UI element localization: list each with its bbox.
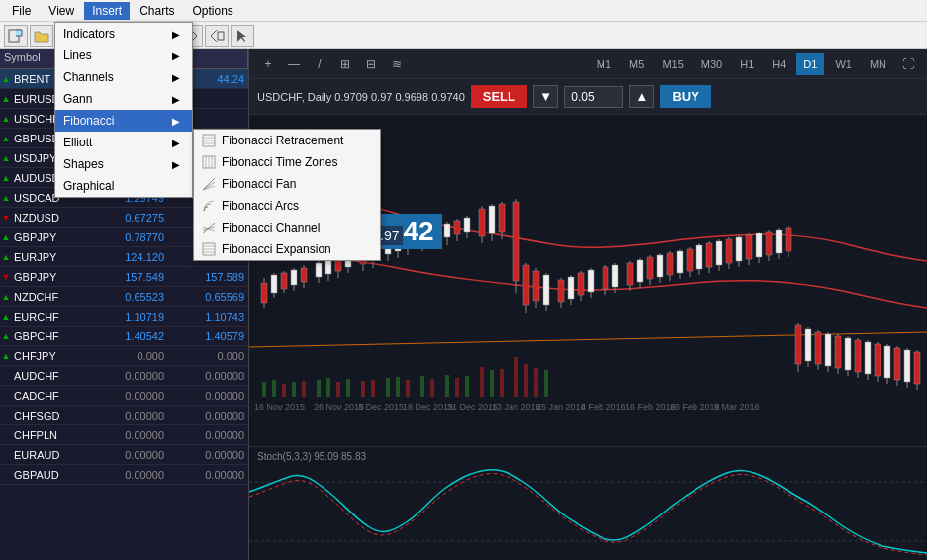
crosshair-tool[interactable]: +: [257, 53, 279, 75]
stoch-label: Stoch(5,3,3) 95.09 85.83: [257, 451, 366, 462]
arrow-up-icon: ▲: [0, 173, 12, 183]
line-tool[interactable]: —: [283, 53, 305, 75]
trade-pair-info: USDCHF, Daily 0.9709 0.97 0.9698 0.9740: [257, 91, 465, 103]
svg-line-191: [203, 182, 215, 190]
buy-button[interactable]: BUY: [660, 85, 710, 108]
tf-w1[interactable]: W1: [828, 53, 859, 75]
symbol-bid: 0.00000: [89, 449, 168, 461]
menu-elliott[interactable]: Elliott ▶: [55, 132, 192, 153]
svg-rect-152: [371, 380, 375, 397]
trade-bar: USDCHF, Daily 0.9709 0.97 0.9698 0.9740 …: [249, 79, 927, 115]
fullscreen-btn[interactable]: ⛶: [897, 53, 919, 75]
fibonacci-submenu: Fibonacci Retracement Fibonacci Time Zon…: [193, 129, 381, 261]
svg-rect-119: [805, 329, 811, 361]
fib-expansion[interactable]: Fibonacci Expansion: [194, 238, 380, 260]
svg-rect-135: [884, 346, 890, 378]
svg-rect-142: [262, 382, 266, 397]
toolbar-scroll-right[interactable]: [205, 25, 229, 47]
tf-d1[interactable]: D1: [796, 53, 824, 75]
menu-bar: File View Insert Charts Options: [0, 0, 927, 22]
tf-m30[interactable]: M30: [695, 53, 729, 75]
symbol-ask: 157.589: [168, 271, 248, 283]
symbol-row-gbpjpy2[interactable]: ▼ GBPJPY 157.549 157.589: [0, 267, 248, 287]
spread-input[interactable]: [564, 86, 623, 108]
menu-insert[interactable]: Insert: [84, 2, 130, 20]
arrow-up-icon: ▲: [0, 312, 12, 322]
svg-rect-154: [396, 377, 400, 397]
tf-mn[interactable]: MN: [863, 53, 893, 75]
svg-rect-95: [687, 249, 693, 271]
symbol-ask: 1.40579: [168, 330, 248, 342]
symbol-name: GBPJPY: [12, 271, 89, 283]
menu-fibonacci[interactable]: Fibonacci ▶: [55, 110, 192, 132]
menu-charts[interactable]: Charts: [132, 2, 182, 20]
symbol-row-eurchf[interactable]: ▲ EURCHF 1.10719 1.10743: [0, 307, 248, 327]
tf-h1[interactable]: H1: [733, 53, 761, 75]
arrow-up-icon: ▲: [0, 153, 12, 163]
symbol-name: GBPCHF: [12, 330, 89, 342]
draw-tool[interactable]: /: [309, 53, 330, 75]
grid-tool[interactable]: ⊟: [360, 53, 382, 75]
svg-rect-167: [544, 370, 548, 397]
symbol-bid: 0.00000: [89, 390, 168, 402]
toolbar-cursor[interactable]: [231, 25, 254, 47]
menu-shapes[interactable]: Shapes ▶: [55, 153, 192, 175]
submenu-arrow-icon: ▶: [172, 94, 180, 105]
svg-text:8 Dec 2015: 8 Dec 2015: [358, 402, 404, 412]
fib-channel-label: Fibonacci Channel: [222, 221, 320, 234]
toolbar-new[interactable]: [4, 25, 28, 47]
svg-rect-163: [500, 369, 504, 397]
sell-arrow-down[interactable]: ▼: [533, 85, 558, 108]
menu-gann[interactable]: Gann ▶: [55, 88, 192, 110]
shapes-label: Shapes: [63, 157, 104, 171]
symbol-row-gbpaud[interactable]: GBPAUD 0.00000 0.00000: [0, 465, 248, 485]
menu-view[interactable]: View: [41, 2, 82, 20]
svg-rect-144: [282, 384, 286, 397]
fib-time-zones-label: Fibonacci Time Zones: [222, 155, 337, 169]
symbol-row-euraud[interactable]: EURAUD 0.00000 0.00000: [0, 445, 248, 465]
svg-rect-61: [499, 204, 505, 232]
svg-rect-147: [317, 380, 321, 397]
arrow-up-icon: ▲: [0, 292, 12, 302]
symbol-name: GBPAUD: [12, 469, 89, 481]
arrow-up-icon: ▲: [0, 331, 12, 341]
fib-arcs[interactable]: Fibonacci Arcs: [194, 195, 380, 217]
fib-fan[interactable]: Fibonacci Fan: [194, 173, 380, 195]
symbol-row-nzdchf[interactable]: ▲ NZDCHF 0.65523 0.65569: [0, 287, 248, 307]
menu-graphical[interactable]: Graphical: [55, 175, 192, 197]
symbol-row-chfsgd[interactable]: CHFSGD 0.00000 0.00000: [0, 406, 248, 425]
svg-rect-14: [218, 32, 224, 40]
symbol-row-chfpln[interactable]: CHFPLN 0.00000 0.00000: [0, 425, 248, 445]
menu-indicators[interactable]: Indicators ▶: [55, 23, 192, 45]
tf-h4[interactable]: H4: [765, 53, 792, 75]
menu-file[interactable]: File: [4, 2, 39, 20]
menu-lines[interactable]: Lines ▶: [55, 45, 192, 66]
tf-m15[interactable]: M15: [655, 53, 690, 75]
symbol-name: NZDUSD: [12, 212, 89, 224]
period-tool[interactable]: ⊞: [334, 53, 356, 75]
fib-time-zones[interactable]: Fibonacci Time Zones: [194, 151, 380, 173]
submenu-arrow-icon: ▶: [172, 50, 180, 61]
svg-rect-51: [444, 224, 450, 237]
symbol-row-gbpchf[interactable]: ▲ GBPCHF 1.40542 1.40579: [0, 327, 248, 346]
symbol-row-cadchf[interactable]: CADCHF 0.00000 0.00000: [0, 386, 248, 406]
arrow-up-icon: ▲: [0, 193, 12, 203]
symbol-row-audchf[interactable]: AUDCHF 0.00000 0.00000: [0, 366, 248, 386]
tf-m5[interactable]: M5: [622, 53, 651, 75]
svg-rect-153: [386, 378, 390, 397]
fib-retracement[interactable]: Fibonacci Retracement: [194, 130, 380, 151]
tf-m1[interactable]: M1: [590, 53, 618, 75]
symbol-bid: 0.000: [89, 350, 168, 362]
fib-channel[interactable]: Fibonacci Channel: [194, 217, 380, 238]
menu-channels[interactable]: Channels ▶: [55, 66, 192, 88]
symbol-bid: 1.40542: [89, 330, 168, 342]
fib-fan-icon: [202, 177, 216, 191]
menu-options[interactable]: Options: [185, 2, 241, 20]
symbol-row-chfjpy[interactable]: ▲ CHFJPY 0.000 0.000: [0, 346, 248, 366]
svg-text:9 Mar 2016: 9 Mar 2016: [714, 402, 760, 412]
fib-tool[interactable]: ≋: [386, 53, 408, 75]
buy-arrow-up[interactable]: ▲: [629, 85, 654, 108]
symbol-bid: 157.549: [89, 271, 168, 283]
sell-button[interactable]: SELL: [471, 85, 527, 108]
toolbar-folder[interactable]: [30, 25, 53, 47]
